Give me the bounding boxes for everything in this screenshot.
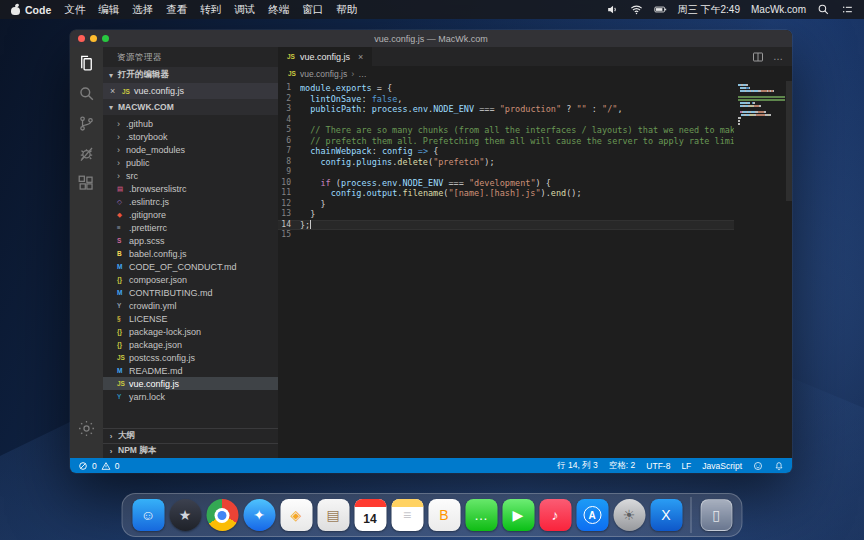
- code-line-10[interactable]: 10 if (process.env.NODE_ENV === "develop…: [278, 178, 734, 189]
- dock-item-calendar[interactable]: 14: [353, 498, 388, 533]
- scrollbar[interactable]: [786, 81, 792, 201]
- code-line-3[interactable]: 3 publicPath: process.env.NODE_ENV === "…: [278, 104, 734, 115]
- tree-folder-node_modules[interactable]: ›node_modules: [103, 143, 278, 156]
- search-icon[interactable]: [77, 84, 96, 103]
- tree-folder-.storybook[interactable]: ›.storybook: [103, 130, 278, 143]
- menu-item-文件[interactable]: 文件: [64, 3, 85, 17]
- npm-scripts-section[interactable]: › NPM 脚本: [103, 443, 278, 458]
- feedback-smiley-icon[interactable]: [753, 461, 763, 471]
- tree-file-README.md[interactable]: MREADME.md: [103, 364, 278, 377]
- dock-item-music[interactable]: ♪: [538, 498, 573, 533]
- code-line-2[interactable]: 2 lintOnSave: false,: [278, 94, 734, 105]
- notification-center-icon[interactable]: [841, 3, 854, 16]
- menu-item-帮助[interactable]: 帮助: [336, 3, 357, 17]
- code-line-14[interactable]: 14};: [278, 220, 734, 231]
- code-editor[interactable]: 1module.exports = {2 lintOnSave: false,3…: [278, 81, 792, 458]
- tree-file-package-lock.json[interactable]: {}package-lock.json: [103, 325, 278, 338]
- breadcrumbs[interactable]: JS vue.config.js › …: [278, 66, 792, 81]
- spotlight-search-icon[interactable]: [817, 3, 830, 16]
- dock-item-xcode[interactable]: X: [649, 498, 684, 533]
- settings-gear-icon[interactable]: [77, 419, 96, 438]
- problems-indicator[interactable]: 0 0: [78, 461, 119, 471]
- tree-file-.prettierrc[interactable]: ≡.prettierrc: [103, 221, 278, 234]
- tree-file-.gitignore[interactable]: ◆.gitignore: [103, 208, 278, 221]
- outline-section[interactable]: › 大纲: [103, 428, 278, 443]
- code-line-1[interactable]: 1module.exports = {: [278, 83, 734, 94]
- dock-item-books[interactable]: B: [427, 498, 462, 533]
- extensions-icon[interactable]: [77, 174, 96, 193]
- code-line-8[interactable]: 8 config.plugins.delete("prefetch");: [278, 157, 734, 168]
- menu-item-app[interactable]: Code: [25, 4, 51, 16]
- dock-item-safari[interactable]: ✦: [242, 498, 277, 533]
- menu-item-编辑[interactable]: 编辑: [98, 3, 119, 17]
- breadcrumb-file[interactable]: vue.config.js: [300, 69, 347, 79]
- dock-item-settings[interactable]: ☀: [612, 498, 647, 533]
- close-window-button[interactable]: [78, 35, 85, 42]
- eol-sequence[interactable]: LF: [681, 461, 691, 471]
- dock-item-photos[interactable]: ◈: [279, 498, 314, 533]
- tab-close-icon[interactable]: ×: [358, 52, 363, 62]
- open-editor-item[interactable]: × JS vue.config.js: [103, 83, 278, 99]
- minimap[interactable]: [738, 84, 782, 129]
- tab-vue-config-js[interactable]: JS vue.config.js ×: [278, 47, 372, 66]
- source-control-icon[interactable]: [77, 114, 96, 133]
- battery-icon[interactable]: [654, 3, 667, 16]
- tree-file-babel.config.js[interactable]: Bbabel.config.js: [103, 247, 278, 260]
- tree-file-postcss.config.js[interactable]: JSpostcss.config.js: [103, 351, 278, 364]
- debug-icon[interactable]: [77, 144, 96, 163]
- dock-item-launchpad[interactable]: ★: [168, 498, 203, 533]
- cursor-position[interactable]: 行 14, 列 3: [557, 460, 598, 472]
- breadcrumb-more[interactable]: …: [358, 69, 367, 79]
- wifi-icon[interactable]: [630, 3, 643, 16]
- tree-folder-src[interactable]: ›src: [103, 169, 278, 182]
- volume-icon[interactable]: [606, 3, 619, 16]
- dock-item-facetime[interactable]: ▶: [501, 498, 536, 533]
- dock-item-appstore[interactable]: A: [575, 498, 610, 533]
- code-line-7[interactable]: 7 chainWebpack: config => {: [278, 146, 734, 157]
- encoding[interactable]: UTF-8: [646, 461, 670, 471]
- code-line-15[interactable]: 15: [278, 230, 734, 241]
- explorer-icon[interactable]: [77, 54, 96, 73]
- tree-file-.eslintrc.js[interactable]: ◇.eslintrc.js: [103, 195, 278, 208]
- minimize-window-button[interactable]: [90, 35, 97, 42]
- tree-file-CONTRIBUTING.md[interactable]: MCONTRIBUTING.md: [103, 286, 278, 299]
- menu-item-终端[interactable]: 终端: [268, 3, 289, 17]
- dock-item-messages[interactable]: …: [464, 498, 499, 533]
- more-actions-icon[interactable]: …: [773, 52, 783, 62]
- notifications-bell-icon[interactable]: [774, 461, 784, 471]
- menu-item-窗口[interactable]: 窗口: [302, 3, 323, 17]
- tree-file-CODE_OF_CONDUCT.md[interactable]: MCODE_OF_CONDUCT.md: [103, 260, 278, 273]
- code-line-12[interactable]: 12 }: [278, 199, 734, 210]
- dock-item-finder[interactable]: ☺: [131, 498, 166, 533]
- window-titlebar[interactable]: vue.config.js — MacWk.com: [70, 30, 792, 47]
- close-icon[interactable]: ×: [110, 86, 118, 96]
- code-line-6[interactable]: 6 // prefetch them all. Prefetching them…: [278, 136, 734, 147]
- tree-file-vue.config.js[interactable]: JSvue.config.js: [103, 377, 278, 390]
- open-editors-header[interactable]: ▾ 打开的编辑器: [103, 67, 278, 83]
- code-line-5[interactable]: 5 // There are so many chunks (from all …: [278, 125, 734, 136]
- apple-menu-icon[interactable]: [10, 4, 21, 16]
- project-section-header[interactable]: ▾ MACWK.COM: [103, 99, 278, 115]
- dock-item-contacts[interactable]: ▤: [316, 498, 351, 533]
- zoom-window-button[interactable]: [102, 35, 109, 42]
- tree-file-.browserslistrc[interactable]: ▤.browserslistrc: [103, 182, 278, 195]
- tree-folder-.github[interactable]: ›.github: [103, 117, 278, 130]
- split-editor-icon[interactable]: [752, 51, 764, 63]
- code-line-13[interactable]: 13 }: [278, 209, 734, 220]
- menu-clock[interactable]: 周三 下午2:49: [678, 3, 740, 17]
- tree-file-LICENSE[interactable]: §LICENSE: [103, 312, 278, 325]
- tree-file-package.json[interactable]: {}package.json: [103, 338, 278, 351]
- tree-file-yarn.lock[interactable]: Yyarn.lock: [103, 390, 278, 403]
- code-line-4[interactable]: 4: [278, 115, 734, 126]
- indentation[interactable]: 空格: 2: [609, 460, 635, 472]
- code-line-9[interactable]: 9: [278, 167, 734, 178]
- tree-folder-public[interactable]: ›public: [103, 156, 278, 169]
- language-mode[interactable]: JavaScript: [702, 461, 742, 471]
- code-line-11[interactable]: 11 config.output.filename("[name].[hash]…: [278, 188, 734, 199]
- tree-file-app.scss[interactable]: Sapp.scss: [103, 234, 278, 247]
- dock-item-trash[interactable]: ▯: [699, 498, 734, 533]
- dock-item-chrome[interactable]: [205, 498, 240, 533]
- menu-item-查看[interactable]: 查看: [166, 3, 187, 17]
- menu-item-转到[interactable]: 转到: [200, 3, 221, 17]
- tree-file-composer.json[interactable]: {}composer.json: [103, 273, 278, 286]
